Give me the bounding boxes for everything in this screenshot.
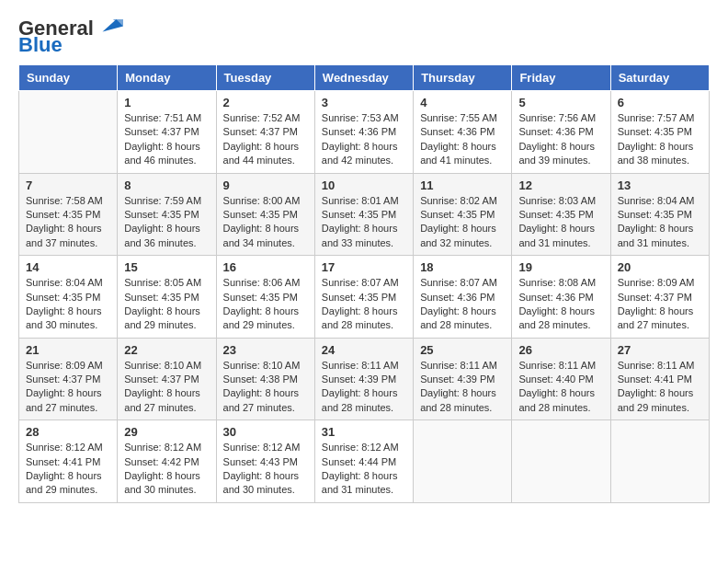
- calendar-table: SundayMondayTuesdayWednesdayThursdayFrid…: [18, 64, 710, 503]
- day-number: 11: [420, 178, 505, 192]
- day-number: 7: [26, 178, 110, 192]
- calendar-cell: 5Sunrise: 7:56 AM Sunset: 4:36 PM Daylig…: [512, 91, 610, 174]
- day-number: 16: [223, 260, 308, 274]
- logo-blue-text: Blue: [18, 35, 63, 55]
- calendar-cell: 8Sunrise: 7:59 AM Sunset: 4:35 PM Daylig…: [118, 173, 216, 256]
- logo: General Blue: [18, 18, 123, 55]
- logo-icon: [96, 17, 123, 33]
- calendar-header-row: SundayMondayTuesdayWednesdayThursdayFrid…: [19, 65, 710, 91]
- calendar-week-row: 14Sunrise: 8:04 AM Sunset: 4:35 PM Dayli…: [19, 256, 710, 339]
- day-number: 17: [322, 260, 406, 274]
- calendar-cell: 29Sunrise: 8:12 AM Sunset: 4:42 PM Dayli…: [118, 420, 216, 503]
- calendar-cell: 27Sunrise: 8:11 AM Sunset: 4:41 PM Dayli…: [610, 338, 709, 420]
- day-number: 5: [518, 96, 603, 109]
- weekday-header: Tuesday: [216, 65, 314, 91]
- day-info: Sunrise: 8:04 AM Sunset: 4:35 PM Dayligh…: [26, 277, 103, 330]
- day-info: Sunrise: 8:11 AM Sunset: 4:41 PM Dayligh…: [618, 360, 695, 413]
- day-info: Sunrise: 8:03 AM Sunset: 4:35 PM Dayligh…: [518, 195, 596, 248]
- calendar-cell: 15Sunrise: 8:05 AM Sunset: 4:35 PM Dayli…: [118, 256, 216, 339]
- calendar-cell: 18Sunrise: 8:07 AM Sunset: 4:36 PM Dayli…: [414, 256, 512, 339]
- day-number: 29: [124, 425, 209, 439]
- day-number: 23: [223, 343, 308, 357]
- calendar-cell: 22Sunrise: 8:10 AM Sunset: 4:37 PM Dayli…: [118, 338, 216, 420]
- day-info: Sunrise: 8:09 AM Sunset: 4:37 PM Dayligh…: [26, 360, 103, 413]
- day-number: 19: [518, 260, 603, 274]
- day-info: Sunrise: 7:52 AM Sunset: 4:37 PM Dayligh…: [223, 112, 301, 166]
- day-info: Sunrise: 7:55 AM Sunset: 4:36 PM Dayligh…: [420, 112, 497, 166]
- weekday-header: Wednesday: [314, 65, 413, 91]
- day-info: Sunrise: 7:56 AM Sunset: 4:36 PM Dayligh…: [518, 112, 596, 166]
- calendar-cell: 6Sunrise: 7:57 AM Sunset: 4:35 PM Daylig…: [610, 91, 709, 174]
- day-info: Sunrise: 8:01 AM Sunset: 4:35 PM Dayligh…: [322, 195, 399, 248]
- day-info: Sunrise: 8:12 AM Sunset: 4:44 PM Dayligh…: [322, 442, 399, 495]
- page-header: General Blue: [18, 18, 710, 55]
- day-number: 6: [618, 96, 702, 109]
- weekday-header: Saturday: [610, 65, 709, 91]
- day-number: 2: [223, 96, 308, 109]
- day-info: Sunrise: 7:53 AM Sunset: 4:36 PM Dayligh…: [322, 112, 399, 166]
- day-info: Sunrise: 8:08 AM Sunset: 4:36 PM Dayligh…: [518, 277, 596, 330]
- calendar-cell: [414, 420, 512, 503]
- calendar-cell: 7Sunrise: 7:58 AM Sunset: 4:35 PM Daylig…: [19, 173, 118, 256]
- day-number: 1: [124, 96, 209, 109]
- day-info: Sunrise: 8:11 AM Sunset: 4:39 PM Dayligh…: [322, 360, 399, 413]
- calendar-week-row: 1Sunrise: 7:51 AM Sunset: 4:37 PM Daylig…: [19, 91, 710, 174]
- day-number: 21: [26, 343, 110, 357]
- day-info: Sunrise: 8:10 AM Sunset: 4:37 PM Dayligh…: [124, 360, 201, 413]
- day-info: Sunrise: 7:57 AM Sunset: 4:35 PM Dayligh…: [618, 112, 695, 166]
- day-number: 15: [124, 260, 209, 274]
- day-number: 8: [124, 178, 209, 192]
- calendar-week-row: 28Sunrise: 8:12 AM Sunset: 4:41 PM Dayli…: [19, 420, 710, 503]
- day-number: 12: [518, 178, 603, 192]
- day-info: Sunrise: 8:06 AM Sunset: 4:35 PM Dayligh…: [223, 277, 301, 330]
- day-number: 14: [26, 260, 110, 274]
- calendar-cell: 14Sunrise: 8:04 AM Sunset: 4:35 PM Dayli…: [19, 256, 118, 339]
- day-number: 10: [322, 178, 406, 192]
- calendar-cell: 20Sunrise: 8:09 AM Sunset: 4:37 PM Dayli…: [610, 256, 709, 339]
- day-info: Sunrise: 8:05 AM Sunset: 4:35 PM Dayligh…: [124, 277, 201, 330]
- day-info: Sunrise: 8:09 AM Sunset: 4:37 PM Dayligh…: [618, 277, 695, 330]
- day-info: Sunrise: 8:11 AM Sunset: 4:39 PM Dayligh…: [420, 360, 497, 413]
- day-info: Sunrise: 8:12 AM Sunset: 4:41 PM Dayligh…: [26, 442, 103, 495]
- day-number: 26: [518, 343, 603, 357]
- day-number: 30: [223, 425, 308, 439]
- day-info: Sunrise: 7:51 AM Sunset: 4:37 PM Dayligh…: [124, 112, 201, 166]
- calendar-cell: 23Sunrise: 8:10 AM Sunset: 4:38 PM Dayli…: [216, 338, 314, 420]
- weekday-header: Sunday: [19, 65, 118, 91]
- day-info: Sunrise: 8:04 AM Sunset: 4:35 PM Dayligh…: [618, 195, 695, 248]
- calendar-cell: [19, 91, 118, 174]
- day-number: 3: [322, 96, 406, 109]
- calendar-cell: 19Sunrise: 8:08 AM Sunset: 4:36 PM Dayli…: [512, 256, 610, 339]
- day-number: 27: [618, 343, 702, 357]
- calendar-cell: 3Sunrise: 7:53 AM Sunset: 4:36 PM Daylig…: [314, 91, 413, 174]
- day-number: 25: [420, 343, 505, 357]
- weekday-header: Friday: [512, 65, 610, 91]
- day-info: Sunrise: 8:12 AM Sunset: 4:43 PM Dayligh…: [223, 442, 301, 495]
- calendar-cell: 17Sunrise: 8:07 AM Sunset: 4:35 PM Dayli…: [314, 256, 413, 339]
- weekday-header: Monday: [118, 65, 216, 91]
- calendar-cell: 25Sunrise: 8:11 AM Sunset: 4:39 PM Dayli…: [414, 338, 512, 420]
- day-number: 20: [618, 260, 702, 274]
- day-info: Sunrise: 7:59 AM Sunset: 4:35 PM Dayligh…: [124, 195, 201, 248]
- calendar-cell: 9Sunrise: 8:00 AM Sunset: 4:35 PM Daylig…: [216, 173, 314, 256]
- day-number: 28: [26, 425, 110, 439]
- day-number: 18: [420, 260, 505, 274]
- day-info: Sunrise: 8:07 AM Sunset: 4:35 PM Dayligh…: [322, 277, 399, 330]
- day-info: Sunrise: 8:10 AM Sunset: 4:38 PM Dayligh…: [223, 360, 301, 413]
- day-number: 24: [322, 343, 406, 357]
- calendar-cell: 10Sunrise: 8:01 AM Sunset: 4:35 PM Dayli…: [314, 173, 413, 256]
- calendar-cell: 24Sunrise: 8:11 AM Sunset: 4:39 PM Dayli…: [314, 338, 413, 420]
- day-info: Sunrise: 8:12 AM Sunset: 4:42 PM Dayligh…: [124, 442, 201, 495]
- calendar-cell: 11Sunrise: 8:02 AM Sunset: 4:35 PM Dayli…: [414, 173, 512, 256]
- calendar-cell: 16Sunrise: 8:06 AM Sunset: 4:35 PM Dayli…: [216, 256, 314, 339]
- day-number: 4: [420, 96, 505, 109]
- calendar-cell: [610, 420, 709, 503]
- calendar-cell: 13Sunrise: 8:04 AM Sunset: 4:35 PM Dayli…: [610, 173, 709, 256]
- calendar-cell: 4Sunrise: 7:55 AM Sunset: 4:36 PM Daylig…: [414, 91, 512, 174]
- calendar-cell: 1Sunrise: 7:51 AM Sunset: 4:37 PM Daylig…: [118, 91, 216, 174]
- calendar-cell: 30Sunrise: 8:12 AM Sunset: 4:43 PM Dayli…: [216, 420, 314, 503]
- calendar-cell: 2Sunrise: 7:52 AM Sunset: 4:37 PM Daylig…: [216, 91, 314, 174]
- calendar-cell: 31Sunrise: 8:12 AM Sunset: 4:44 PM Dayli…: [314, 420, 413, 503]
- calendar-week-row: 7Sunrise: 7:58 AM Sunset: 4:35 PM Daylig…: [19, 173, 710, 256]
- day-info: Sunrise: 8:07 AM Sunset: 4:36 PM Dayligh…: [420, 277, 497, 330]
